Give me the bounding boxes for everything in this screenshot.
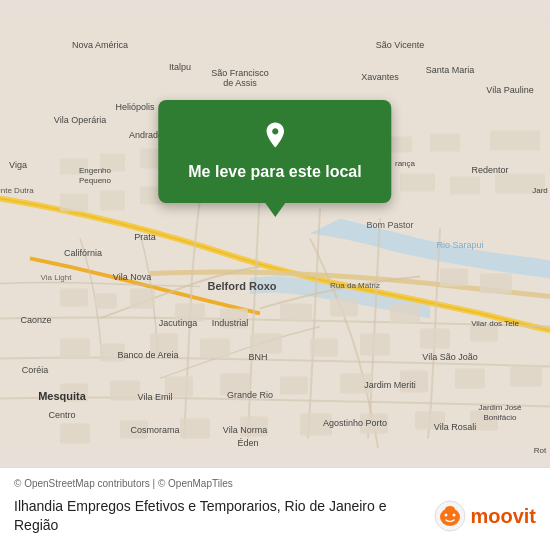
svg-text:Grande Rio: Grande Rio	[227, 390, 273, 400]
svg-text:Italpu: Italpu	[169, 62, 191, 72]
svg-point-103	[445, 514, 448, 517]
svg-text:rança: rança	[395, 159, 416, 168]
svg-text:Nova América: Nova América	[72, 40, 128, 50]
svg-rect-45	[490, 130, 540, 150]
svg-rect-8	[390, 303, 420, 323]
svg-text:Heliópolis: Heliópolis	[115, 102, 155, 112]
svg-rect-17	[360, 333, 390, 355]
svg-text:Xavantes: Xavantes	[361, 72, 399, 82]
svg-text:Vila São João: Vila São João	[422, 352, 477, 362]
svg-text:Jard: Jard	[532, 186, 548, 195]
svg-text:Jardim José: Jardim José	[478, 403, 522, 412]
svg-point-105	[445, 506, 455, 512]
svg-rect-6	[280, 303, 312, 321]
svg-text:Rua da Matriz: Rua da Matriz	[330, 281, 380, 290]
app: São Vicente Nova América Italpu São Fran…	[0, 0, 550, 550]
svg-rect-31	[180, 418, 210, 438]
svg-rect-21	[110, 380, 140, 400]
svg-text:Pequeno: Pequeno	[79, 176, 112, 185]
svg-text:ente Dutra: ente Dutra	[0, 186, 34, 195]
svg-rect-2	[95, 293, 117, 308]
svg-text:Coréia: Coréia	[22, 365, 49, 375]
moovit-icon	[434, 500, 466, 532]
svg-text:Centro: Centro	[48, 410, 75, 420]
location-row: Ilhandia Empregos Efetivos e Temporarios…	[14, 497, 536, 536]
svg-text:Mesquita: Mesquita	[38, 390, 87, 402]
svg-text:de Assis: de Assis	[223, 78, 257, 88]
svg-rect-1	[60, 288, 88, 306]
svg-rect-11	[60, 338, 90, 358]
svg-text:Bonifácio: Bonifácio	[484, 413, 517, 422]
svg-text:Rio Sarapui: Rio Sarapui	[436, 240, 483, 250]
svg-text:Jacutinga: Jacutinga	[159, 318, 198, 328]
map-popup[interactable]: Me leve para este local	[158, 100, 391, 203]
svg-text:Belford Roxo: Belford Roxo	[207, 280, 276, 292]
svg-rect-16	[310, 338, 338, 356]
svg-rect-28	[510, 366, 542, 386]
map-area[interactable]: São Vicente Nova América Italpu São Fran…	[0, 0, 550, 467]
svg-text:Bom Pastor: Bom Pastor	[366, 220, 413, 230]
popup-label: Me leve para este local	[188, 162, 361, 183]
location-pin-icon	[188, 120, 361, 154]
svg-rect-47	[100, 190, 125, 210]
svg-text:Via Light: Via Light	[41, 273, 73, 282]
svg-rect-14	[200, 338, 230, 358]
svg-text:Califórnia: Califórnia	[64, 248, 102, 258]
svg-text:Engenho: Engenho	[79, 166, 112, 175]
svg-text:Vila Pauline: Vila Pauline	[486, 85, 533, 95]
svg-rect-10	[480, 273, 512, 293]
svg-rect-27	[455, 368, 485, 388]
svg-rect-50	[400, 173, 435, 191]
location-name: Ilhandia Empregos Efetivos e Temporarios…	[14, 497, 424, 536]
svg-text:São Francisco: São Francisco	[211, 68, 269, 78]
map-attribution: © OpenStreetMap contributors | © OpenMap…	[14, 478, 536, 489]
svg-text:Caonze: Caonze	[20, 315, 51, 325]
svg-text:Jardim Meriti: Jardim Meriti	[364, 380, 416, 390]
bottom-panel: © OpenStreetMap contributors | © OpenMap…	[0, 467, 550, 550]
svg-text:São Vicente: São Vicente	[376, 40, 424, 50]
svg-text:Viga: Viga	[9, 160, 27, 170]
svg-text:Vila Operária: Vila Operária	[54, 115, 106, 125]
svg-text:Vila Nova: Vila Nova	[113, 272, 151, 282]
svg-text:Santa Maria: Santa Maria	[426, 65, 475, 75]
svg-rect-18	[420, 328, 450, 348]
map-background: São Vicente Nova América Italpu São Fran…	[0, 0, 550, 467]
svg-text:Vila Emil: Vila Emil	[138, 392, 173, 402]
svg-text:Agostinho Porto: Agostinho Porto	[323, 418, 387, 428]
svg-text:Banco de Areia: Banco de Areia	[117, 350, 178, 360]
svg-rect-9	[440, 268, 468, 286]
svg-rect-29	[60, 423, 90, 443]
svg-text:Éden: Éden	[237, 438, 258, 448]
moovit-brand-text: moovit	[470, 505, 536, 528]
svg-rect-24	[280, 376, 308, 394]
svg-text:Redentor: Redentor	[471, 165, 508, 175]
svg-text:Industrial: Industrial	[212, 318, 249, 328]
svg-text:BNH: BNH	[248, 352, 267, 362]
svg-rect-15	[250, 333, 282, 353]
svg-point-104	[453, 514, 456, 517]
svg-text:Vilar dos Tele: Vilar dos Tele	[471, 319, 519, 328]
svg-text:Prata: Prata	[134, 232, 156, 242]
svg-text:Rot: Rot	[534, 446, 547, 455]
svg-text:Vila Norma: Vila Norma	[223, 425, 267, 435]
svg-text:Cosmorama: Cosmorama	[130, 425, 179, 435]
svg-rect-7	[330, 298, 358, 316]
svg-rect-46	[60, 193, 88, 211]
moovit-logo: moovit	[434, 500, 536, 532]
svg-text:Vila Rosali: Vila Rosali	[434, 422, 476, 432]
svg-rect-44	[430, 133, 460, 151]
svg-rect-51	[450, 176, 480, 194]
svg-rect-3	[130, 288, 155, 308]
